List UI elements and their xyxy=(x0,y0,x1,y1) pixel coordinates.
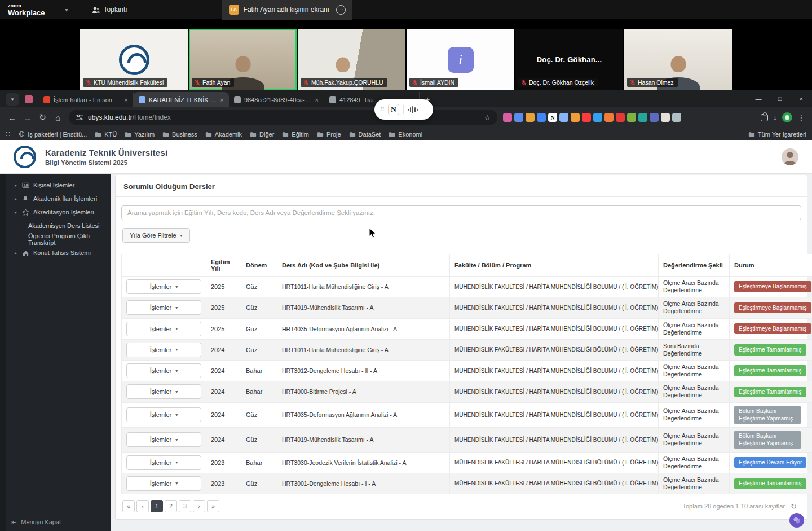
minimize-button[interactable]: — xyxy=(748,95,769,102)
extension-icon[interactable] xyxy=(514,113,523,122)
extension-icon[interactable] xyxy=(593,113,602,122)
close-button[interactable]: × xyxy=(791,95,812,102)
actions-button[interactable]: İşlemler ▾ xyxy=(126,343,201,357)
sidebar-item[interactable]: Akademisyen Ders Listesi xyxy=(6,219,111,232)
bookmark-folder[interactable]: Diğer xyxy=(250,131,274,138)
bookmark-folder[interactable]: KTÜ xyxy=(95,131,117,138)
filter-by-year-button[interactable]: Yıla Göre Filtrele ▾ xyxy=(122,228,190,243)
bookmark-folder[interactable]: Eğitim xyxy=(282,131,309,138)
pinned-tab[interactable] xyxy=(25,95,33,103)
sidebar-collapse-button[interactable]: ⇤ Menüyü Kapat xyxy=(6,513,111,531)
bookmark-folder[interactable]: DataSet xyxy=(349,131,381,138)
extension-icon[interactable] xyxy=(582,113,591,122)
participant-tile[interactable]: Doç. Dr. Gökhan... Doç. Dr. Gökhan Özçel… xyxy=(515,29,623,90)
floating-toolbar[interactable]: ⠿ N xyxy=(374,99,433,120)
sidebar-item[interactable]: ▸ Konut Tahsis Sistemi xyxy=(6,246,111,260)
actions-button[interactable]: İşlemler ▾ xyxy=(126,384,201,399)
bookmark-folder[interactable]: Yazılım xyxy=(125,131,155,138)
participant-tile[interactable]: Hasan Ölmez xyxy=(624,29,732,90)
audio-waveform-icon[interactable] xyxy=(408,106,418,113)
status-badge: Eşleştirme Devam Ediyor xyxy=(734,457,806,468)
extensions-puzzle-icon[interactable] xyxy=(761,114,768,121)
more-options-icon[interactable]: ⋯ xyxy=(336,5,346,15)
bookmark-item[interactable]: İş paketleri | Enstitü... xyxy=(19,131,87,138)
browser-tab[interactable]: KARADENİZ TEKNİK ÜNİVERSİT × xyxy=(134,92,229,107)
page-number-button[interactable]: 3 xyxy=(179,500,191,512)
tab-close-icon[interactable]: × xyxy=(220,96,224,103)
actions-button[interactable]: İşlemler ▾ xyxy=(126,407,201,422)
actions-button[interactable]: İşlemler ▾ xyxy=(126,363,201,378)
zoom-share-tab[interactable]: FA Fatih Ayan adlı kişinin ekranı ⋯ xyxy=(222,0,353,20)
status-badge: Eşleştirme Tamamlanmış xyxy=(734,365,806,376)
bookmark-star-icon[interactable]: ☆ xyxy=(484,113,491,122)
browser-tab[interactable]: 9848ce21-8d89-40ca-9152-90b × xyxy=(229,92,324,107)
actions-button[interactable]: İşlemler ▾ xyxy=(126,432,201,447)
first-page-button[interactable]: « xyxy=(122,500,135,512)
participant-tile[interactable]: KTÜ Mühendislik Fakültesi xyxy=(80,29,188,90)
reload-button[interactable]: ↻ xyxy=(35,110,50,125)
sidebar-item[interactable]: ▸ Kişisel İşlemler xyxy=(6,178,111,192)
extension-icon[interactable] xyxy=(627,113,636,122)
back-button[interactable]: ← xyxy=(5,110,20,125)
previous-page-button[interactable]: ‹ xyxy=(136,500,149,512)
bookmark-folder[interactable]: Business xyxy=(162,131,197,138)
actions-button[interactable]: İşlemler ▾ xyxy=(126,322,201,336)
search-input[interactable] xyxy=(121,205,801,220)
browser-menu-icon[interactable]: ⋮ xyxy=(797,113,805,122)
all-bookmarks-folder[interactable]: Tüm Yer İşaretleri xyxy=(748,131,806,138)
cell-course: HRT1011-Harita Mühendisliğine Giriş - A xyxy=(277,339,450,360)
tab-close-icon[interactable]: × xyxy=(315,96,319,103)
user-avatar[interactable] xyxy=(782,148,798,165)
extension-icon[interactable]: N xyxy=(548,113,557,122)
maximize-button[interactable]: □ xyxy=(769,95,791,102)
tab-search-button[interactable]: ▾ xyxy=(6,93,19,106)
extension-icon[interactable] xyxy=(672,113,681,122)
zoom-meeting-tab[interactable]: Toplantı xyxy=(92,6,127,14)
extension-icon[interactable] xyxy=(638,113,647,122)
sidebar-item[interactable]: ▸ Akademik İlan İşlemleri xyxy=(6,192,111,205)
widget-fab[interactable] xyxy=(789,513,804,528)
forward-button[interactable]: → xyxy=(20,110,35,125)
bookmark-label: İş paketleri | Enstitü... xyxy=(28,131,87,138)
cell-term: Güz xyxy=(241,427,277,452)
site-settings-icon[interactable] xyxy=(76,113,83,121)
notion-icon[interactable]: N xyxy=(388,104,399,115)
apps-grid-icon[interactable]: ∷ xyxy=(6,130,11,138)
extension-icon[interactable] xyxy=(661,113,670,122)
extension-icon[interactable] xyxy=(559,113,568,122)
actions-button[interactable]: İşlemler ▾ xyxy=(126,279,201,294)
browser-tab[interactable]: İşlem hatları - En son × xyxy=(38,92,134,107)
page-number-button[interactable]: 2 xyxy=(165,500,177,512)
extension-icon[interactable] xyxy=(503,113,512,122)
next-page-button[interactable]: › xyxy=(193,500,205,512)
chevron-down-icon: ▾ xyxy=(175,368,178,374)
page-number-button[interactable]: 1 xyxy=(151,500,163,512)
bookmark-folder[interactable]: Proje xyxy=(317,131,341,138)
sidebar-item[interactable]: Öğrenci Program Çıktı Transkript xyxy=(6,232,111,246)
bookmark-folder[interactable]: Akademik xyxy=(205,131,242,138)
actions-button[interactable]: İşlemler ▾ xyxy=(126,455,201,470)
actions-button[interactable]: İşlemler ▾ xyxy=(126,476,201,491)
profile-avatar-icon[interactable] xyxy=(782,112,792,122)
downloads-icon[interactable]: ↓ xyxy=(773,113,777,122)
participant-tile[interactable]: i İsmail AYDIN xyxy=(407,29,514,90)
last-page-button[interactable]: » xyxy=(207,500,219,512)
home-button[interactable]: ⌂ xyxy=(50,110,65,125)
chevron-down-icon[interactable]: ▾ xyxy=(65,7,68,13)
extension-icon[interactable] xyxy=(537,113,546,122)
refresh-icon[interactable]: ↻ xyxy=(791,502,797,511)
drag-handle-icon[interactable]: ⠿ xyxy=(380,106,384,113)
address-bar[interactable]: ubys.ktu.edu.tr/Home/Index ☆ xyxy=(69,110,497,125)
participant-tile[interactable]: Fatih Ayan xyxy=(189,29,297,90)
actions-button[interactable]: İşlemler ▾ xyxy=(126,300,201,315)
tab-close-icon[interactable]: × xyxy=(125,96,128,103)
extension-icon[interactable] xyxy=(526,113,535,122)
extension-icon[interactable] xyxy=(616,113,625,122)
extension-icon[interactable] xyxy=(650,113,659,122)
sidebar-item[interactable]: ▸ Akreditasyon İşlemleri xyxy=(6,205,111,219)
participant-tile[interactable]: Müh.Fak.Yakup.ÇORUHLU xyxy=(298,29,405,90)
extension-icon[interactable] xyxy=(571,113,580,122)
extension-icon[interactable] xyxy=(604,113,614,122)
bookmark-folder[interactable]: Ekonomi xyxy=(389,131,422,138)
cell-faculty: MÜHENDİSLİK FAKÜLTESİ / HARİTA MÜHENDİSL… xyxy=(450,277,659,297)
